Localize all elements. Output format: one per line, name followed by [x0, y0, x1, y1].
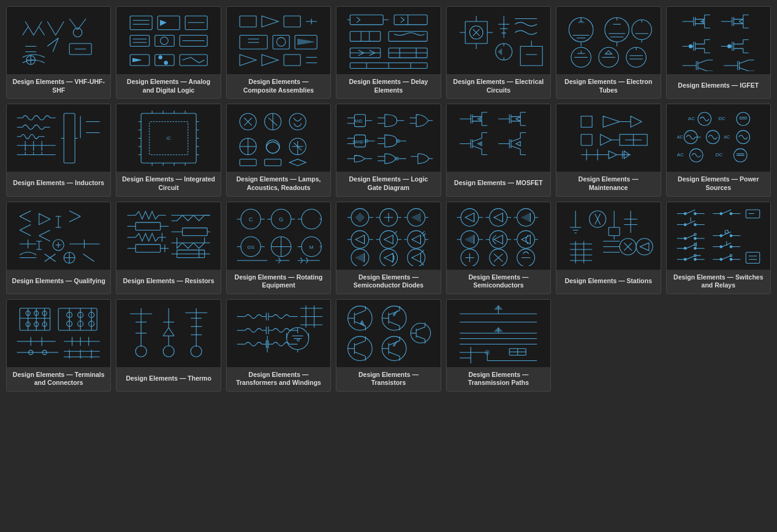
card-label-delay: Design Elements — Delay Elements: [336, 74, 440, 98]
svg-text:M: M: [309, 245, 314, 250]
svg-rect-380: [135, 222, 161, 230]
svg-point-114: [632, 20, 651, 39]
card-delay[interactable]: Design Elements — Delay Elements: [336, 6, 441, 99]
card-resistors[interactable]: Design Elements — Resistors: [116, 202, 221, 294]
svg-text:NAND: NAND: [353, 139, 364, 143]
card-image-transmission: [447, 300, 550, 367]
card-logic-gate[interactable]: AND NAND: [336, 104, 441, 196]
card-image-resistors: [116, 202, 220, 270]
svg-rect-61: [394, 15, 427, 25]
svg-point-29: [161, 37, 169, 45]
card-inductors[interactable]: Design Elements — Inductors: [6, 104, 111, 196]
svg-text:AC: AC: [724, 134, 730, 139]
svg-line-307: [511, 146, 520, 149]
card-terminals[interactable]: Design Elements — Terminals and Connecto…: [6, 299, 111, 392]
card-analog-digital[interactable]: Design Elements — Analog and Digital Log…: [116, 6, 221, 99]
svg-line-296: [472, 138, 482, 141]
card-transistors[interactable]: Design Elements — Transistors: [336, 299, 441, 392]
svg-point-258: [365, 139, 368, 142]
card-label-rotating: Design Elements — Rotating Equipment: [227, 270, 330, 294]
card-label-power: Design Elements — Power Sources: [667, 172, 770, 196]
svg-marker-680: [360, 321, 364, 326]
card-lamps[interactable]: Design Elements — Lamps, Acoustics, Read…: [226, 104, 331, 196]
svg-marker-148: [739, 19, 743, 23]
card-transmission[interactable]: Design Elements — Transmission Paths: [446, 299, 551, 392]
svg-marker-480: [494, 235, 502, 244]
card-thermo[interactable]: Design Elements — Thermo: [116, 299, 221, 392]
svg-text:DC: DC: [716, 152, 723, 158]
card-image-electrical: [447, 7, 550, 74]
card-stations[interactable]: Design Elements — Stations: [556, 202, 661, 294]
svg-rect-25: [130, 35, 150, 46]
svg-line-544: [686, 235, 695, 238]
card-image-transistors: [336, 300, 440, 367]
svg-line-179: [739, 60, 748, 63]
svg-marker-282: [477, 116, 482, 121]
svg-line-297: [472, 146, 482, 149]
card-label-lamps: Design Elements — Lamps, Acoustics, Read…: [227, 172, 330, 196]
svg-line-306: [511, 138, 520, 141]
svg-line-40: [199, 60, 205, 63]
card-power[interactable]: AC DC AC AC AC DC: [666, 104, 771, 196]
svg-point-50: [277, 37, 286, 46]
card-label-resistors: Design Elements — Resistors: [116, 270, 220, 293]
svg-marker-456: [384, 253, 393, 262]
card-semiconductors[interactable]: Design Elements — Semiconductors: [446, 202, 551, 294]
svg-text:C: C: [249, 216, 253, 222]
svg-marker-453: [355, 253, 364, 262]
card-composite[interactable]: Design Elements — Composite Assemblies: [226, 6, 331, 99]
svg-line-358: [70, 211, 81, 216]
card-image-semiconductors: [447, 202, 550, 270]
card-ic[interactable]: IC Design Elements — Integrated Circuit: [116, 104, 221, 196]
svg-marker-53: [240, 55, 257, 66]
svg-point-263: [396, 139, 400, 142]
svg-marker-316: [631, 116, 642, 127]
svg-point-571: [694, 258, 697, 260]
card-vhf-uhf-shf[interactable]: Design Elements — VHF-UHF-SHF: [6, 6, 111, 99]
card-electron-tubes[interactable]: Design Elements — Electron Tubes: [556, 6, 661, 99]
svg-point-233: [290, 113, 306, 130]
svg-marker-460: [465, 213, 474, 222]
card-label-stations: Design Elements — Stations: [556, 270, 660, 293]
svg-rect-243: [265, 159, 281, 165]
svg-point-479: [490, 230, 507, 248]
card-label-transmission: Design Elements — Transmission Paths: [447, 367, 550, 391]
svg-line-359: [70, 216, 81, 222]
svg-rect-37: [180, 55, 207, 66]
card-maintenance[interactable]: Design Elements — Maintenance: [556, 104, 661, 196]
card-switches[interactable]: Design Elements — Switches and Relays: [666, 202, 771, 294]
svg-line-5: [56, 21, 64, 36]
svg-marker-106: [578, 20, 583, 23]
svg-line-526: [686, 210, 695, 213]
svg-marker-431: [412, 213, 420, 222]
svg-point-459: [461, 208, 479, 226]
svg-marker-422: [355, 213, 364, 222]
svg-marker-703: [393, 341, 397, 346]
card-rotating[interactable]: C G GS M: [226, 202, 331, 294]
card-label-analog: Design Elements — Analog and Digital Log…: [116, 74, 220, 98]
card-qualifying[interactable]: Design Elements — Qualifying: [6, 202, 111, 294]
card-image-maintenance: [556, 104, 660, 172]
svg-marker-42: [262, 16, 279, 27]
card-diodes[interactable]: Design Elements — Semiconductor Diodes: [336, 202, 441, 294]
svg-point-562: [720, 246, 722, 248]
card-electrical[interactable]: Design Elements — Electrical Circuits: [446, 6, 551, 99]
svg-point-546: [694, 237, 697, 240]
card-igfet[interactable]: Design Elements — IGFET: [666, 6, 771, 99]
svg-marker-318: [600, 134, 611, 145]
card-image-gates: AND NAND: [336, 104, 440, 172]
svg-line-707: [416, 327, 425, 330]
card-mosfet[interactable]: Design Elements — MOSFET: [446, 104, 551, 196]
card-image-switches: [667, 202, 770, 270]
svg-marker-324: [608, 151, 617, 159]
card-label-electrical: Design Elements — Electrical Circuits: [447, 74, 550, 98]
svg-text:B: B: [297, 337, 300, 343]
svg-marker-33: [133, 58, 142, 61]
svg-marker-440: [384, 235, 393, 244]
svg-marker-302: [477, 142, 482, 146]
card-label-gates: Design Elements — Logic Gate Diagram: [336, 172, 440, 196]
svg-marker-714: [495, 306, 502, 310]
svg-marker-22: [161, 20, 166, 25]
card-transformers[interactable]: B Design Elements — Transformers and Win…: [226, 299, 331, 392]
card-label-terminals: Design Elements — Terminals and Connecto…: [7, 367, 110, 391]
